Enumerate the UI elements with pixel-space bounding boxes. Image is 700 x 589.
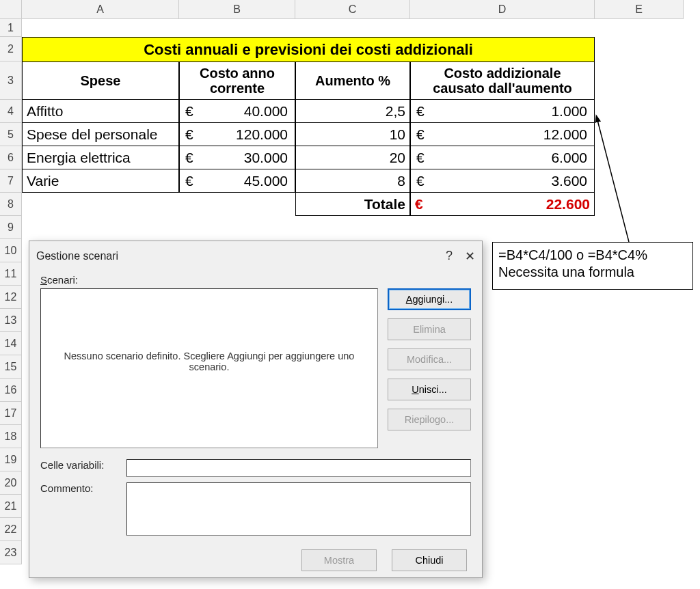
cell-E19[interactable] [595, 448, 684, 471]
row-header-1[interactable]: 1 [0, 19, 22, 37]
row-header-15[interactable]: 15 [0, 355, 22, 379]
commento-input[interactable] [126, 482, 471, 536]
cell-E14[interactable] [595, 332, 684, 355]
col-header-A[interactable]: A [22, 0, 179, 19]
cell-A1[interactable] [22, 19, 179, 37]
col-header-C[interactable]: C [295, 0, 410, 19]
totale-value[interactable]: € 22.600 [410, 193, 595, 216]
col-header-E[interactable]: E [595, 0, 684, 19]
cell-D1[interactable] [410, 19, 595, 37]
cell-C9[interactable] [295, 216, 410, 239]
cell-B4[interactable]: €40.000 [179, 100, 295, 123]
row-header-12[interactable]: 12 [0, 286, 22, 309]
row-header-2[interactable]: 2 [0, 37, 22, 61]
totale-label[interactable]: Totale [295, 193, 410, 216]
riepilogo-button[interactable]: Riepilogo... [388, 409, 471, 430]
totale-amount: 22.600 [546, 196, 590, 213]
cell-E16[interactable] [595, 379, 684, 402]
row-header-5[interactable]: 5 [0, 123, 22, 146]
help-icon[interactable]: ? [446, 249, 453, 264]
row-header-10[interactable]: 10 [0, 239, 22, 262]
row-header-8[interactable]: 8 [0, 193, 22, 216]
annotation-line2: Necessita una formula [498, 264, 687, 281]
unisci-button[interactable]: Unisci... [388, 379, 471, 400]
cell-C1[interactable] [295, 19, 410, 37]
modifica-button[interactable]: Modifica... [388, 348, 471, 370]
cell-A6[interactable]: Energia elettrica [22, 146, 179, 169]
celle-variabili-input[interactable] [126, 459, 471, 477]
cell-A8[interactable] [22, 193, 179, 216]
cell-B1[interactable] [179, 19, 295, 37]
col-header-D[interactable]: D [410, 0, 595, 19]
header-costo-anno[interactable]: Costo anno corrente [179, 61, 295, 100]
table-title[interactable]: Costi annuali e previsioni dei costi add… [22, 37, 595, 61]
dialog-title: Gestione scenari [36, 250, 118, 262]
scenari-label: Scenari: [40, 274, 471, 286]
celle-variabili-label: Celle variabili: [40, 459, 121, 471]
scenario-manager-dialog: Gestione scenari ? ✕ Scenari: Nessuno sc… [29, 241, 483, 578]
cell-D7[interactable]: €3.600 [410, 169, 595, 193]
mostra-button[interactable]: Mostra [301, 549, 377, 571]
cell-B9[interactable] [179, 216, 295, 239]
cell-E13[interactable] [595, 309, 684, 332]
row-header-6[interactable]: 6 [0, 146, 22, 169]
cell-E18[interactable] [595, 425, 684, 448]
header-spese[interactable]: Spese [22, 61, 179, 100]
cell-D6[interactable]: €6.000 [410, 146, 595, 169]
scenario-listbox[interactable]: Nessuno scenario definito. Scegliere Agg… [40, 288, 378, 448]
cell-E1[interactable] [595, 19, 684, 37]
cell-C6[interactable]: 20 [295, 146, 410, 169]
cell-E15[interactable] [595, 355, 684, 379]
row-header-19[interactable]: 19 [0, 448, 22, 471]
cell-B8[interactable] [179, 193, 295, 216]
cell-E3[interactable] [595, 61, 684, 100]
arrow-icon [588, 116, 643, 246]
header-addizionale[interactable]: Costo addizionale causato dall'aumento [410, 61, 595, 100]
cell-D4[interactable]: €1.000 [410, 100, 595, 123]
row-header-4[interactable]: 4 [0, 100, 22, 123]
cell-C7[interactable]: 8 [295, 169, 410, 193]
select-all-cell[interactable] [0, 0, 22, 19]
row-header-20[interactable]: 20 [0, 471, 22, 495]
row-header-16[interactable]: 16 [0, 379, 22, 402]
row-header-23[interactable]: 23 [0, 541, 22, 564]
row-header-22[interactable]: 22 [0, 518, 22, 541]
row-header-17[interactable]: 17 [0, 402, 22, 425]
cell-E21[interactable] [595, 495, 684, 518]
row-header-3[interactable]: 3 [0, 61, 22, 100]
cell-B6[interactable]: €30.000 [179, 146, 295, 169]
svg-line-0 [597, 120, 629, 242]
row-header-9[interactable]: 9 [0, 216, 22, 239]
row-header-14[interactable]: 14 [0, 332, 22, 355]
cell-B5[interactable]: €120.000 [179, 123, 295, 146]
cell-A4[interactable]: Affitto [22, 100, 179, 123]
cell-B7[interactable]: €45.000 [179, 169, 295, 193]
row-header-18[interactable]: 18 [0, 425, 22, 448]
cell-E23[interactable] [595, 541, 684, 564]
cell-E22[interactable] [595, 518, 684, 541]
header-aumento[interactable]: Aumento % [295, 61, 410, 100]
cell-E20[interactable] [595, 471, 684, 495]
row-header-11[interactable]: 11 [0, 262, 22, 286]
column-header-row: A B C D E [0, 0, 700, 19]
currency-symbol: € [415, 196, 423, 213]
close-icon[interactable]: ✕ [465, 249, 475, 264]
row-header-21[interactable]: 21 [0, 495, 22, 518]
cell-C5[interactable]: 10 [295, 123, 410, 146]
cell-E2[interactable] [595, 37, 684, 61]
col-header-B[interactable]: B [179, 0, 295, 19]
row-header-13[interactable]: 13 [0, 309, 22, 332]
elimina-button[interactable]: Elimina [388, 318, 471, 340]
cell-A9[interactable] [22, 216, 179, 239]
commento-label: Commento: [40, 482, 121, 494]
cell-D9[interactable] [410, 216, 595, 239]
row-header-7[interactable]: 7 [0, 169, 22, 193]
cell-C4[interactable]: 2,5 [295, 100, 410, 123]
cell-A5[interactable]: Spese del personale [22, 123, 179, 146]
cell-D5[interactable]: €12.000 [410, 123, 595, 146]
chiudi-button[interactable]: Chiudi [392, 549, 467, 571]
cell-E17[interactable] [595, 402, 684, 425]
aggiungi-button[interactable]: Aggiungi... [388, 288, 471, 310]
cell-A7[interactable]: Varie [22, 169, 179, 193]
formula-annotation: =B4*C4/100 o =B4*C4% Necessita una formu… [492, 242, 693, 290]
